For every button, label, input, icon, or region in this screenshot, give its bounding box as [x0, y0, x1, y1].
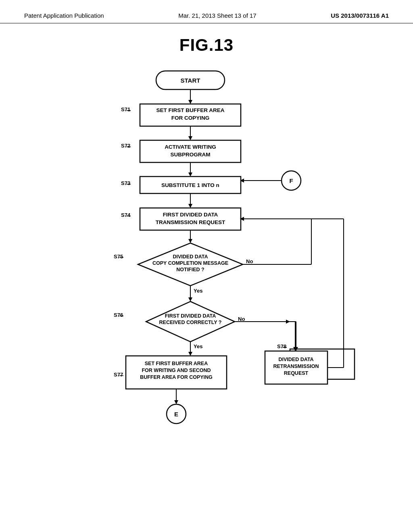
svg-text:Yes: Yes: [194, 288, 202, 294]
svg-marker-10: [188, 136, 192, 140]
svg-marker-37: [138, 243, 243, 286]
svg-text:F: F: [289, 177, 293, 184]
svg-text:COPY COMPLETION MESSAGE: COPY COMPLETION MESSAGE: [152, 260, 228, 266]
svg-rect-60: [290, 349, 355, 379]
svg-point-74: [167, 404, 186, 424]
svg-text:START: START: [181, 77, 200, 84]
header-date: Mar. 21, 2013 Sheet 13 of 17: [178, 12, 256, 19]
svg-text:Yes: Yes: [194, 343, 202, 349]
svg-text:SUBPROGRAM: SUBPROGRAM: [170, 152, 210, 158]
svg-marker-17: [188, 172, 192, 177]
svg-text:S73: S73: [121, 180, 130, 186]
publication-label: Patent Application Publication: [24, 12, 104, 19]
svg-text:RECEIVED CORRECTLY ?: RECEIVED CORRECTLY ?: [159, 320, 222, 325]
svg-text:FIRST DIVIDED DATA: FIRST DIVIDED DATA: [165, 313, 216, 319]
svg-marker-83: [294, 347, 298, 351]
svg-rect-0: [156, 71, 225, 89]
svg-text:FIRST DIVIDED DATA: FIRST DIVIDED DATA: [163, 212, 218, 218]
svg-text:ACTIVATE WRITING: ACTIVATE WRITING: [165, 144, 216, 150]
page-header: Patent Application Publication Mar. 21, …: [0, 0, 413, 23]
svg-marker-48: [188, 297, 192, 301]
figure-title: FIG.13: [0, 35, 413, 55]
svg-rect-68: [126, 356, 227, 389]
patent-number: US 2013/0073116 A1: [331, 12, 389, 19]
flowchart-svg: START S71 SET FIRST BUFFER AREA FOR COPY…: [53, 67, 360, 490]
svg-marker-34: [188, 239, 192, 243]
svg-text:S75: S75: [114, 254, 123, 260]
svg-marker-67: [188, 352, 192, 356]
svg-text:S71: S71: [121, 106, 130, 112]
svg-text:No: No: [238, 316, 245, 322]
svg-text:SUBSTITUTE 1 INTO n: SUBSTITUTE 1 INTO n: [161, 182, 219, 188]
svg-text:FOR COPYING: FOR COPYING: [171, 115, 210, 121]
svg-rect-13: [140, 140, 241, 162]
svg-text:S77: S77: [114, 372, 123, 378]
flowchart-container: START S71 SET FIRST BUFFER AREA FOR COPY…: [53, 67, 360, 490]
svg-rect-6: [140, 104, 241, 126]
svg-marker-27: [188, 204, 192, 208]
svg-text:DIVIDED DATA: DIVIDED DATA: [173, 254, 208, 260]
svg-text:TRANSMISSION REQUEST: TRANSMISSION REQUEST: [156, 219, 225, 225]
svg-marker-51: [146, 301, 235, 342]
svg-text:BUFFER AREA FOR COPYING: BUFFER AREA FOR COPYING: [140, 374, 213, 380]
svg-text:S76: S76: [114, 312, 123, 318]
svg-text:E: E: [174, 411, 178, 418]
svg-marker-3: [188, 100, 192, 104]
svg-text:DIVIDED DATA: DIVIDED DATA: [278, 357, 313, 362]
svg-marker-73: [174, 400, 178, 404]
svg-marker-59: [286, 320, 290, 324]
svg-text:No: No: [246, 258, 253, 264]
svg-rect-30: [140, 208, 241, 230]
header-left: Patent Application Publication: [24, 12, 104, 19]
svg-rect-76: [265, 351, 327, 384]
header-right: US 2013/0073116 A1: [331, 12, 389, 19]
svg-text:FOR WRITING AND SECOND: FOR WRITING AND SECOND: [142, 368, 211, 373]
svg-marker-45: [240, 217, 244, 221]
svg-point-18: [282, 171, 301, 190]
svg-text:RETRANSMISSION: RETRANSMISSION: [273, 364, 319, 369]
svg-marker-21: [240, 179, 244, 183]
svg-text:SET FIRST BUFFER AREA: SET FIRST BUFFER AREA: [156, 107, 224, 113]
svg-marker-63: [293, 347, 297, 351]
svg-text:NOTIFIED ?: NOTIFIED ?: [176, 267, 204, 272]
svg-text:REQUEST: REQUEST: [284, 370, 309, 376]
svg-rect-24: [140, 177, 241, 193]
svg-text:S72: S72: [121, 143, 130, 149]
date-label: Mar. 21, 2013 Sheet 13 of 17: [178, 12, 256, 19]
svg-text:S78: S78: [277, 343, 286, 349]
svg-text:S74: S74: [121, 212, 131, 218]
svg-text:SET FIRST BUFFER AREA: SET FIRST BUFFER AREA: [145, 361, 208, 366]
